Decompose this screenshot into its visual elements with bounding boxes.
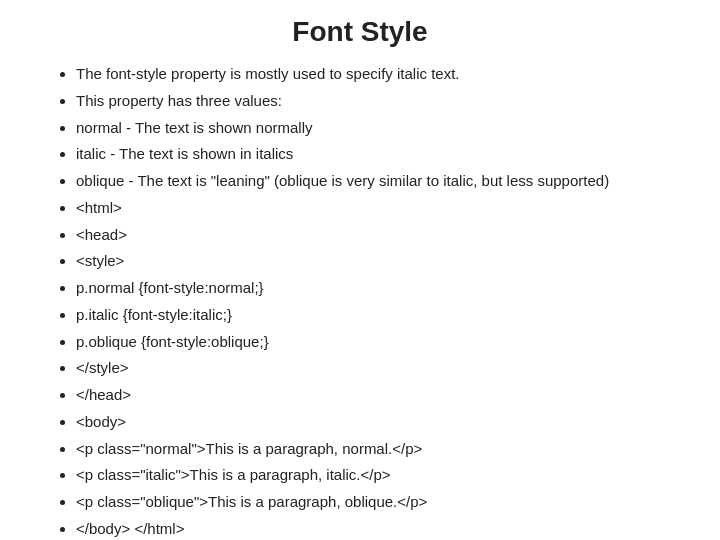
- list-item: </body> </html>: [76, 517, 680, 540]
- list-item: <body>: [76, 410, 680, 435]
- list-item: <style>: [76, 249, 680, 274]
- list-item: <head>: [76, 223, 680, 248]
- list-item: normal - The text is shown normally: [76, 116, 680, 141]
- list-item: <html>: [76, 196, 680, 221]
- list-item: This property has three values:: [76, 89, 680, 114]
- list-item: p.normal {font-style:normal;}: [76, 276, 680, 301]
- list-item: <p class="oblique">This is a paragraph, …: [76, 490, 680, 515]
- page-title: Font Style: [40, 16, 680, 48]
- list-item: italic - The text is shown in italics: [76, 142, 680, 167]
- list-item: The font-style property is mostly used t…: [76, 62, 680, 87]
- list-item: oblique - The text is "leaning" (oblique…: [76, 169, 680, 194]
- list-item: <p class="normal">This is a paragraph, n…: [76, 437, 680, 462]
- content-list: The font-style property is mostly used t…: [40, 62, 680, 540]
- list-item: </style>: [76, 356, 680, 381]
- list-item: <p class="italic">This is a paragraph, i…: [76, 463, 680, 488]
- page-container: Font Style The font-style property is mo…: [0, 0, 720, 540]
- list-item: p.italic {font-style:italic;}: [76, 303, 680, 328]
- list-item: p.oblique {font-style:oblique;}: [76, 330, 680, 355]
- list-item: </head>: [76, 383, 680, 408]
